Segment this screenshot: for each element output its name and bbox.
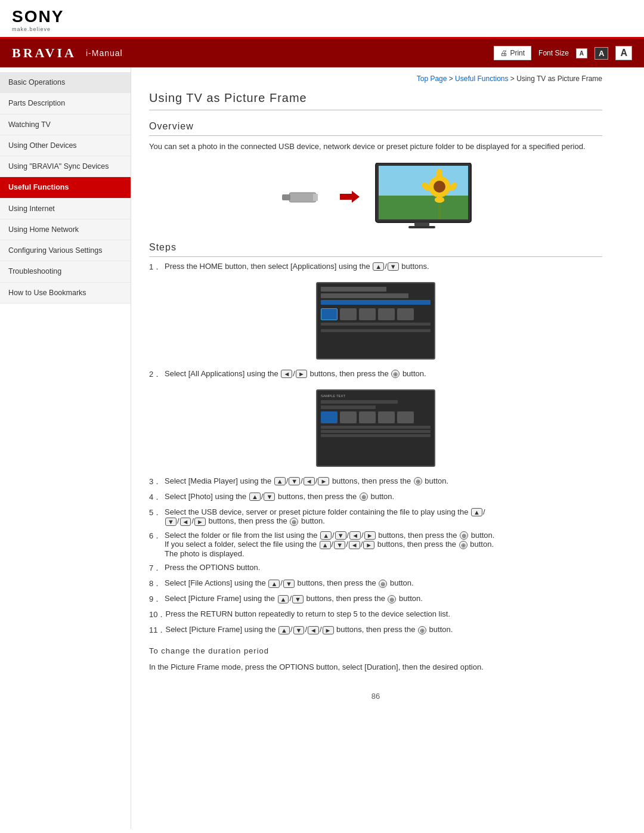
step-8: 8． Select [File Actions] using the ▲/▼ b… bbox=[149, 578, 602, 589]
steps-heading: Steps bbox=[149, 242, 602, 257]
content-area: Top Page > Useful Functions > Using TV a… bbox=[131, 67, 620, 829]
step-2: 2． Select [All Applications] using the ◄… bbox=[149, 369, 602, 380]
usb-tv-image-area bbox=[149, 163, 602, 231]
s5-left: ◄ bbox=[180, 518, 191, 526]
svg-point-10 bbox=[434, 181, 445, 193]
step-4: 4． Select [Photo] using the ▲/▼ buttons,… bbox=[149, 492, 602, 503]
sidebar-item-parts-description[interactable]: Parts Description bbox=[0, 93, 131, 114]
sony-logo: SONY make.believe bbox=[12, 7, 632, 32]
page-number: 86 bbox=[149, 692, 602, 701]
step-3: 3． Select [Media Player] using the ▲/▼/◄… bbox=[149, 476, 602, 487]
breadcrumb-top[interactable]: Top Page bbox=[417, 75, 447, 83]
s2-footer-row-2 bbox=[321, 430, 431, 433]
screen-icon-5 bbox=[397, 308, 414, 320]
s2-footer-row-1 bbox=[321, 426, 431, 429]
screen-mockup-1 bbox=[316, 282, 435, 360]
s6-right: ► bbox=[364, 531, 376, 540]
breadcrumb-current: Using TV as Picture Frame bbox=[516, 75, 602, 83]
s6-up: ▲ bbox=[320, 531, 332, 540]
nav-right: 🖨 Print Font Size A A A bbox=[494, 46, 632, 60]
screen-mockup-1-area bbox=[149, 282, 602, 360]
step-7: 7． Press the OPTIONS button. bbox=[149, 563, 602, 574]
nav-bar: BRAVIA i-Manual 🖨 Print Font Size A A A bbox=[0, 39, 644, 67]
screen-mockup-2-area: SAMPLE TEXT bbox=[149, 389, 602, 467]
s2-icon-3 bbox=[378, 411, 395, 423]
s5-up: ▲ bbox=[471, 508, 482, 516]
s3-down: ▼ bbox=[289, 477, 300, 485]
step-10: 10． Press the RETURN button repeatedly t… bbox=[149, 609, 602, 620]
imanual-text: i-Manual bbox=[86, 48, 123, 58]
screen-icon-4 bbox=[378, 308, 395, 320]
s2-row-2 bbox=[321, 405, 376, 409]
sidebar-item-using-home-network[interactable]: Using Home Network bbox=[0, 219, 131, 240]
breadcrumb-sep1: > bbox=[449, 75, 455, 83]
step-9-text: Select [Picture Frame] using the ▲/▼ but… bbox=[165, 594, 602, 605]
breadcrumb: Top Page > Useful Functions > Using TV a… bbox=[149, 75, 602, 83]
enter-button: ⊕ bbox=[391, 370, 400, 378]
s6b-enter: ⊕ bbox=[459, 541, 467, 549]
sidebar-item-using-internet[interactable]: Using Internet bbox=[0, 199, 131, 219]
change-duration-heading: To change the duration period bbox=[149, 646, 602, 658]
print-label: Print bbox=[510, 49, 525, 57]
s6-down: ▼ bbox=[335, 531, 346, 540]
screen-icon-selected bbox=[321, 308, 338, 320]
screen-bottom-1 bbox=[321, 323, 431, 327]
sidebar-item-bookmarks[interactable]: How to Use Bookmarks bbox=[0, 283, 131, 304]
screen-text-1 bbox=[321, 323, 431, 326]
step-2-text: Select [All Applications] using the ◄/► … bbox=[165, 369, 602, 380]
step-4-text: Select [Photo] using the ▲/▼ buttons, th… bbox=[165, 492, 602, 503]
font-small-button[interactable]: A bbox=[576, 48, 587, 58]
left-arrow: ◄ bbox=[281, 370, 292, 378]
sidebar-item-useful-functions[interactable]: Useful Functions bbox=[0, 177, 131, 198]
screen-text-2 bbox=[321, 329, 431, 332]
s6b-down: ▼ bbox=[334, 541, 345, 549]
svg-point-14 bbox=[435, 197, 444, 203]
sidebar-item-watching-tv[interactable]: Watching TV bbox=[0, 114, 131, 135]
s4-enter: ⊕ bbox=[360, 493, 368, 501]
s3-left: ◄ bbox=[304, 477, 315, 485]
overview-text: You can set a photo in the connected USB… bbox=[149, 141, 602, 153]
breadcrumb-useful-functions[interactable]: Useful Functions bbox=[455, 75, 508, 83]
s6-left: ◄ bbox=[349, 531, 361, 540]
s2-footer-row-3 bbox=[321, 434, 431, 437]
s4-down: ▼ bbox=[264, 493, 275, 501]
screen-row-blue bbox=[321, 300, 431, 305]
step-7-text: Press the OPTIONS button. bbox=[165, 563, 602, 574]
sidebar-item-using-other-devices[interactable]: Using Other Devices bbox=[0, 135, 131, 156]
up-arrow: ▲ bbox=[373, 262, 384, 271]
sidebar-item-troubleshooting[interactable]: Troubleshooting bbox=[0, 261, 131, 282]
svg-point-13 bbox=[436, 169, 442, 178]
svg-rect-0 bbox=[289, 193, 316, 202]
step-6-text: Select the folder or file from the list … bbox=[165, 531, 602, 558]
s2-row-1 bbox=[321, 400, 398, 404]
font-medium-button[interactable]: A bbox=[595, 47, 608, 60]
s6b-up: ▲ bbox=[320, 541, 331, 549]
screen-mockup-2: SAMPLE TEXT bbox=[316, 389, 435, 467]
sidebar-item-basic-operations[interactable]: Basic Operations bbox=[0, 72, 131, 93]
step-1-text: Press the HOME button, then select [Appl… bbox=[165, 262, 602, 272]
svg-rect-2 bbox=[313, 194, 318, 201]
s8-down: ▼ bbox=[283, 580, 295, 588]
s6b-left: ◄ bbox=[349, 541, 360, 549]
print-icon: 🖨 bbox=[500, 49, 507, 57]
sidebar: Basic Operations Parts Description Watch… bbox=[0, 67, 131, 829]
s3-up: ▲ bbox=[274, 477, 286, 485]
sidebar-item-configuring-settings[interactable]: Configuring Various Settings bbox=[0, 240, 131, 261]
font-large-button[interactable]: A bbox=[615, 46, 632, 60]
right-arrow: ► bbox=[296, 370, 307, 378]
sidebar-item-bravia-sync[interactable]: Using "BRAVIA" Sync Devices bbox=[0, 156, 131, 177]
s11-up: ▲ bbox=[278, 626, 290, 634]
font-size-label: Font Size bbox=[538, 49, 569, 57]
print-button[interactable]: 🖨 Print bbox=[494, 46, 531, 60]
screen-row-1 bbox=[321, 287, 386, 292]
s8-up: ▲ bbox=[268, 580, 280, 588]
tagline: make.believe bbox=[12, 26, 51, 32]
screen-icons-1 bbox=[321, 308, 431, 320]
s3-enter: ⊕ bbox=[414, 477, 422, 485]
s2-header-text: SAMPLE TEXT bbox=[321, 394, 431, 398]
screen-bottom-2 bbox=[321, 329, 431, 333]
s9-up: ▲ bbox=[278, 595, 289, 603]
page-title: Using TV as Picture Frame bbox=[149, 91, 602, 110]
bravia-logo: BRAVIA bbox=[12, 45, 76, 61]
step-10-text: Press the RETURN button repeatedly to re… bbox=[165, 609, 602, 620]
